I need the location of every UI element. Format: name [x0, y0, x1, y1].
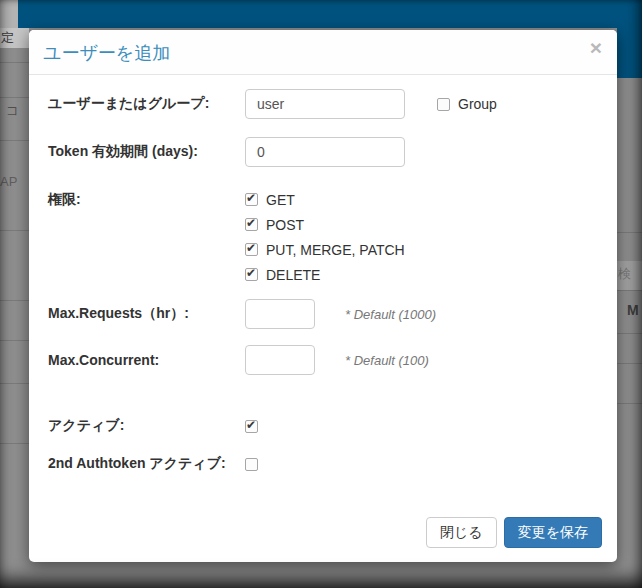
token-days-row: Token 有効期間 (days):: [48, 136, 405, 168]
max-concurrent-default-note: * Default (100): [345, 353, 429, 368]
screen: 定 コ AP 検 M ユーザーを追加 × ユーザーまたはグループ: Group …: [0, 0, 642, 588]
token-days-label: Token 有効期間 (days):: [48, 143, 245, 161]
backdrop-sidebar-corner: [0, 0, 18, 28]
permission-label: POST: [266, 217, 304, 233]
backdrop-divider: [617, 333, 642, 334]
backdrop-navbar-right: [617, 28, 642, 78]
backdrop-divider: [617, 232, 642, 233]
get-checkbox[interactable]: [245, 193, 258, 206]
backdrop-divider: [0, 140, 29, 141]
max-requests-input[interactable]: [245, 299, 315, 329]
active-row: アクティブ:: [48, 416, 258, 436]
user-group-row: ユーザーまたはグループ: Group: [48, 88, 497, 120]
second-authtoken-label: 2nd Authtoken アクティブ:: [48, 455, 245, 473]
backdrop-divider: [617, 363, 642, 364]
permission-delete[interactable]: DELETE: [245, 262, 405, 287]
max-requests-default-note: * Default (1000): [345, 307, 436, 322]
second-authtoken-row: 2nd Authtoken アクティブ:: [48, 454, 258, 474]
backdrop-navbar: [18, 0, 642, 28]
permission-label: DELETE: [266, 267, 320, 283]
post-checkbox[interactable]: [245, 218, 258, 231]
permission-post[interactable]: POST: [245, 212, 405, 237]
put-merge-patch-checkbox[interactable]: [245, 243, 258, 256]
save-button[interactable]: 変更を保存: [504, 517, 602, 548]
group-checkbox-label: Group: [458, 96, 497, 112]
group-checkbox-row[interactable]: Group: [437, 96, 497, 112]
add-user-modal: ユーザーを追加 × ユーザーまたはグループ: Group Token 有効期間 …: [29, 30, 617, 562]
max-requests-row: Max.Requests（hr）: * Default (1000): [48, 298, 436, 330]
backdrop-text-fragment: AP: [0, 175, 17, 188]
permission-label: PUT, MERGE, PATCH: [266, 242, 405, 258]
backdrop-divider: [0, 62, 29, 63]
backdrop-divider: [0, 443, 29, 444]
backdrop-divider: [617, 403, 642, 404]
permissions-label: 権限:: [48, 191, 245, 209]
backdrop-divider: [0, 340, 29, 341]
backdrop-text-fragment: M: [627, 303, 639, 317]
backdrop-divider: [0, 383, 29, 384]
backdrop-divider: [0, 300, 29, 301]
backdrop-text-fragment: 定: [1, 31, 14, 44]
second-authtoken-checkbox[interactable]: [245, 458, 258, 471]
max-concurrent-input[interactable]: [245, 345, 315, 375]
modal-header: ユーザーを追加 ×: [29, 30, 617, 75]
max-concurrent-label: Max.Concurrent:: [48, 352, 245, 368]
backdrop-text-fragment: コ: [6, 104, 19, 117]
active-label: アクティブ:: [48, 417, 245, 435]
close-button[interactable]: 閉じる: [426, 517, 497, 548]
permission-get[interactable]: GET: [245, 187, 405, 212]
backdrop-divider: [0, 230, 29, 231]
active-checkbox[interactable]: [245, 420, 258, 433]
delete-checkbox[interactable]: [245, 268, 258, 281]
max-concurrent-row: Max.Concurrent: * Default (100): [48, 344, 429, 376]
backdrop-divider: [0, 97, 29, 98]
backdrop-divider: [617, 290, 642, 291]
max-requests-label: Max.Requests（hr）:: [48, 305, 245, 323]
backdrop-text-fragment: 検: [618, 267, 631, 280]
user-group-label: ユーザーまたはグループ:: [48, 95, 245, 113]
permission-label: GET: [266, 192, 295, 208]
group-checkbox[interactable]: [437, 98, 450, 111]
modal-footer: 閉じる 変更を保存: [426, 517, 602, 548]
permissions-list: GET POST PUT, MERGE, PATCH DELETE: [245, 187, 405, 287]
close-icon[interactable]: ×: [590, 37, 602, 58]
token-days-input[interactable]: [245, 137, 405, 167]
modal-title: ユーザーを追加: [43, 41, 170, 65]
permission-put-merge-patch[interactable]: PUT, MERGE, PATCH: [245, 237, 405, 262]
user-input[interactable]: [245, 89, 405, 119]
